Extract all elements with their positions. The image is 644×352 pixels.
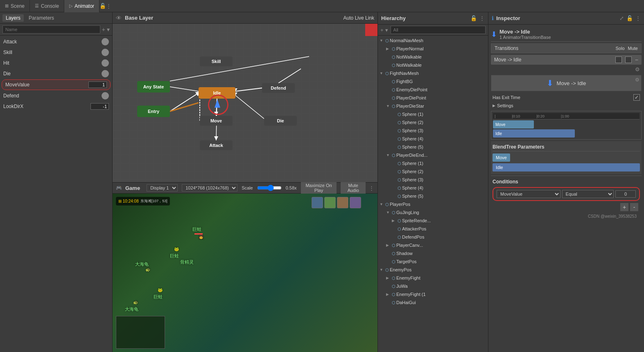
tab-layers[interactable]: Layers <box>2 14 24 22</box>
inspector-expand-icon[interactable]: ⤢ <box>619 15 624 21</box>
condition-add-btn[interactable]: + <box>620 203 628 211</box>
tree-item-juwa[interactable]: ⬡ JuWa <box>378 282 488 290</box>
blend-idle: Idle <box>493 163 640 171</box>
tree-item-enemyfight[interactable]: ▶ ⬡ EnemyFight <box>378 274 488 282</box>
tab-scene[interactable]: ⊞ Scene <box>0 0 30 12</box>
tree-item-spriterend[interactable]: ▶ ⬡ SpriteRende... <box>378 217 488 225</box>
tree-item-sphere3a[interactable]: ⬡ Sphere (3) <box>378 126 488 135</box>
tab-console[interactable]: ☰ Console <box>30 0 64 12</box>
tree-item-sphere2b[interactable]: ⬡ Sphere (2) <box>378 167 488 176</box>
tree-item-sphere5b[interactable]: ⬡ Sphere (5) <box>378 192 488 200</box>
tree-item-playerpos[interactable]: ▼ ⬡ PlayerPos <box>378 200 488 208</box>
tree-item-playerdiepoint[interactable]: ⬡ PlayerDiePoint <box>378 94 488 102</box>
tree-item-playerdieend[interactable]: ▼ ⬡ PlayerDieEnd... <box>378 151 488 159</box>
hierarchy-search-input[interactable] <box>391 26 486 34</box>
param-die-toggle[interactable] <box>102 70 109 77</box>
tree-item-fightbg[interactable]: ⬡ FightBG <box>378 77 488 86</box>
mute-btn[interactable]: Mute Audio <box>341 182 366 194</box>
lock-icon[interactable]: 🔓 <box>99 3 106 9</box>
node-defend[interactable]: Defend <box>262 83 295 93</box>
param-defend-toggle[interactable] <box>102 92 109 99</box>
tree-item-enemypos[interactable]: ▼ ⬡ EnemyPos <box>378 266 488 274</box>
more-icon[interactable]: ⋮ <box>106 3 111 9</box>
add-param-btn[interactable]: + <box>102 26 105 33</box>
param-hit-toggle[interactable] <box>102 59 109 67</box>
inspector-lock-icon[interactable]: 🔓 <box>626 15 633 21</box>
transition-item[interactable]: Move -> Idle − <box>491 55 642 65</box>
tree-item-normalmesh[interactable]: ▼ ⬡ NormalNavMesh <box>378 36 488 45</box>
tree-item-attackerpos[interactable]: ⬡ AttackerPos <box>378 225 488 233</box>
tree-item-shadow[interactable]: ⬡ Shadow <box>378 249 488 257</box>
node-entry[interactable]: Entry <box>137 106 170 117</box>
tree-item-playerdiestar[interactable]: ▼ ⬡ PlayerDieStar <box>378 102 488 110</box>
tree-item-sphere3b[interactable]: ⬡ Sphere (3) <box>378 176 488 184</box>
resolution-select[interactable]: 1024*768 (1024x768) <box>182 184 237 192</box>
transition-mute-check[interactable] <box>625 56 632 63</box>
tree-item-targetpos[interactable]: ⬡ TargetPos <box>378 257 488 266</box>
condition-op-select[interactable]: Equal <box>562 190 614 198</box>
settings-expand[interactable]: ▶ Settings <box>491 102 642 109</box>
param-movevalue-input[interactable] <box>88 81 107 88</box>
hierarchy-more-icon[interactable]: ⋮ <box>479 15 485 21</box>
tree-item-sphere1a[interactable]: ⬡ Sphere (1) <box>378 110 488 118</box>
tree-item-sphere4b[interactable]: ⬡ Sphere (4) <box>378 184 488 192</box>
param-defend[interactable]: Defend <box>0 90 112 101</box>
game-more-icon[interactable]: ⋮ <box>369 185 374 191</box>
node-skill[interactable]: Skill <box>200 56 233 66</box>
tree-item-sphere5a[interactable]: ⬡ Sphere (5) <box>378 143 488 151</box>
param-lookdirx[interactable]: LookDirX <box>0 101 112 112</box>
hierarchy-lock-icon[interactable]: 🔓 <box>470 15 477 21</box>
tree-item-notwalkable2[interactable]: ⬡ NotWalkable <box>378 61 488 69</box>
param-movevalue[interactable]: MoveValue <box>2 79 111 90</box>
tab-animator[interactable]: ▷ Animator <box>64 0 99 12</box>
visibility-icon[interactable]: 👁 <box>116 15 122 21</box>
hierarchy-add-dropdown[interactable]: ▾ <box>385 27 388 33</box>
param-attack-toggle[interactable] <box>102 38 109 45</box>
condition-remove-btn[interactable]: - <box>630 203 638 211</box>
param-lookdirx-input[interactable] <box>90 103 109 110</box>
display-select[interactable]: Display 1 <box>147 184 178 192</box>
param-attack[interactable]: Attack <box>0 36 112 47</box>
preview-gear-icon[interactable]: ⚙ <box>635 77 639 83</box>
tree-item-gujingling[interactable]: ▼ ⬡ GuJingLing <box>378 208 488 217</box>
node-attack[interactable]: Attack <box>200 140 233 150</box>
tree-item-sphere1b[interactable]: ⬡ Sphere (1) <box>378 159 488 167</box>
inspector-header: ℹ Inspector ⤢ 🔓 ⋮ <box>488 12 644 25</box>
node-anystate[interactable]: Any State <box>137 81 170 93</box>
settings-gear-icon[interactable]: ⚙ <box>635 66 640 72</box>
auto-live-link[interactable]: Auto Live Link <box>343 15 374 21</box>
param-search-input[interactable] <box>2 25 100 34</box>
has-exit-time-check[interactable]: ✓ <box>633 94 640 101</box>
tree-item-sphere4a[interactable]: ⬡ Sphere (4) <box>378 135 488 143</box>
node-idle[interactable]: Idle <box>199 87 235 99</box>
hierarchy-add-btn[interactable]: + <box>380 27 384 33</box>
node-die[interactable]: Die <box>264 116 297 126</box>
add-param-dropdown[interactable]: ▾ <box>107 26 110 33</box>
tree-item-enemyfight1[interactable]: ▶ ⬡ EnemyFight (1 <box>378 290 488 298</box>
scale-slider[interactable] <box>257 185 282 191</box>
transition-solo-check[interactable] <box>615 56 622 63</box>
maximize-btn[interactable]: Maximize On Play <box>301 182 337 194</box>
param-hit[interactable]: Hit <box>0 58 112 68</box>
param-skill-toggle[interactable] <box>102 49 109 56</box>
condition-param-select[interactable]: MoveValue <box>497 190 560 198</box>
tree-item-fightmesh[interactable]: ▼ ⬡ FightNavMesh <box>378 69 488 77</box>
blend-move-row: Move <box>493 153 640 162</box>
tree-item-playernormal[interactable]: ▶ ⬡ PlayerNormal <box>378 45 488 53</box>
label-gujingling: 骨精灵 <box>180 259 194 265</box>
node-move[interactable]: Move <box>200 116 233 126</box>
transition-minus-btn[interactable]: − <box>635 56 638 63</box>
tree-item-defendpos[interactable]: ⬡ DefendPos <box>378 233 488 241</box>
param-die[interactable]: Die <box>0 68 112 79</box>
animator-canvas[interactable]: Any State Entry Idle Skill Defend Move <box>113 24 377 182</box>
enemy-turtle2: 🐢 <box>133 300 138 305</box>
param-skill[interactable]: Skill <box>0 47 112 58</box>
inspector-more-icon[interactable]: ⋮ <box>635 15 641 21</box>
tree-item-notwalkable1[interactable]: ⬡ NotWalkable <box>378 53 488 61</box>
condition-value-input[interactable] <box>615 190 636 198</box>
tree-item-sphere2a[interactable]: ⬡ Sphere (2) <box>378 118 488 126</box>
tree-item-playercanvas[interactable]: ▶ ⬡ PlayerCanv... <box>378 241 488 249</box>
tree-item-dahaigui[interactable]: ⬡ DaHaiGui <box>378 298 488 307</box>
tree-item-enemydiepoint[interactable]: ⬡ EnemyDiePoint <box>378 86 488 94</box>
tab-parameters[interactable]: Parameters <box>25 14 57 22</box>
